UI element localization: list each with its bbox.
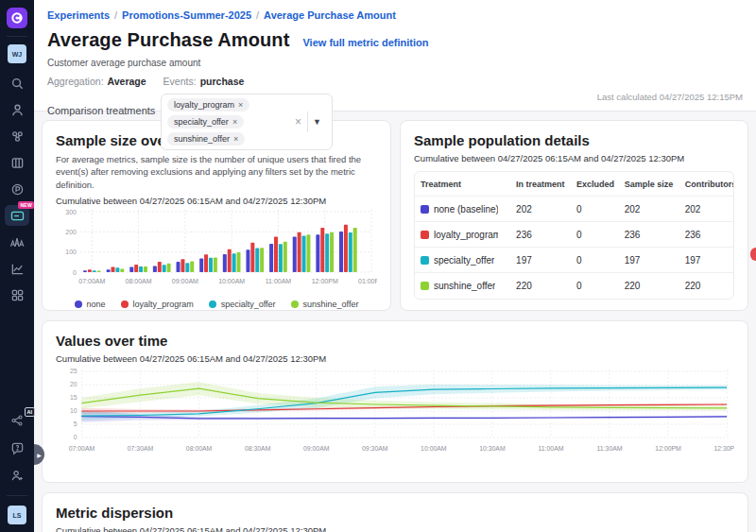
breadcrumb-link-1[interactable]: Promotions-Summer-2025 [122,9,251,21]
table-cell: 220 [510,281,571,291]
treatment-name: sunshine_offer [434,281,495,291]
sidebar-item-dashboards[interactable] [5,284,29,305]
table-header-row: TreatmentIn treatmentExcludedSample size… [415,172,733,197]
svg-text:08:30AM: 08:30AM [245,445,271,452]
svg-text:09:00AM: 09:00AM [172,278,198,284]
sidebar-item-experiments-selected[interactable]: NEW [5,205,29,226]
remove-treatment-icon[interactable]: × [233,134,238,144]
breadcrumb: Experiments/Promotions-Summer-2025/Avera… [47,9,743,21]
alert-notch[interactable] [750,248,756,261]
treatment-color-swatch [421,205,429,214]
table-row: loyalty_program2360236236 [415,222,733,248]
legend-dot [291,300,299,308]
svg-text:01:00PM: 01:00PM [358,278,377,284]
gates-icon [10,129,25,144]
svg-text:08:00AM: 08:00AM [186,445,213,452]
treatment-pill[interactable]: sunshine_offer× [167,132,245,146]
table-cell: 197 [619,255,679,266]
experiment-icon [10,210,25,222]
page-title: Average Purchase Amount [47,29,289,51]
svg-text:09:00AM: 09:00AM [303,445,330,452]
sidebar-item-ai-assistant[interactable]: AI [5,410,29,431]
metric-dispersion-card: Metric dispersion Cumulative between 04/… [42,492,748,532]
sample-size-description: For average metrics, sample size is the … [56,153,377,191]
svg-text:0: 0 [74,434,77,440]
workspace-avatar[interactable]: WJ [8,44,26,63]
table-cell: 0 [571,204,619,215]
table-cell: 236 [619,230,679,240]
clear-treatments-button[interactable]: × [289,115,307,129]
treatment-pill-label: loyalty_program [174,100,234,110]
table-cell: 202 [619,204,679,215]
legend-item[interactable]: sunshine_offer [291,300,359,309]
svg-text:07:00AM: 07:00AM [69,445,95,452]
sidebar-item-layers[interactable] [5,152,29,173]
sidebar-item-abtest[interactable] [5,232,29,252]
svg-text:08:00AM: 08:00AM [126,278,152,284]
sidebar-item-gates[interactable] [5,126,29,146]
breadcrumb-link-2[interactable]: Average Purchase Amount [264,9,396,21]
column-header: Treatment [415,180,510,189]
values-line-chart[interactable]: 051015202507:00AM07:30AM08:00AM08:30AM09… [56,364,734,466]
page-header: Experiments/Promotions-Summer-2025/Avera… [34,0,756,112]
chevron-down-icon[interactable]: ▼ [308,117,326,127]
column-header: In treatment [510,180,571,189]
svg-text:11:30AM: 11:30AM [597,445,623,452]
treatment-pill-label: specialty_offer [174,117,229,127]
ai-badge: AI [25,407,36,417]
table-cell: 0 [571,230,619,240]
table-cell: 202 [510,204,571,215]
person-add-icon [10,469,25,483]
legend-item[interactable]: specialty_offer [209,300,276,309]
treatments-multiselect[interactable]: loyalty_program×specialty_offer×sunshine… [161,94,333,150]
logo-glyph [10,11,24,25]
nodes-icon [10,414,24,427]
treatment-pills: loyalty_program×specialty_offer×sunshine… [167,98,289,146]
bar-chart-legend: noneloyalty_programspecialty_offersunshi… [56,300,377,309]
legend-dot [121,300,129,308]
population-table: TreatmentIn treatmentExcludedSample size… [414,171,734,300]
svg-text:200: 200 [65,229,77,235]
sidebar-item-search[interactable] [5,73,29,94]
sidebar-item-help[interactable] [5,438,29,458]
sidebar-item-users[interactable] [5,99,29,120]
legend-item[interactable]: none [75,300,106,309]
sidebar-item-pulse[interactable] [5,179,29,199]
breadcrumb-link-0[interactable]: Experiments [47,9,110,21]
population-cumulative: Cumulative between 04/27/2025 06:15AM an… [414,153,734,163]
table-cell: 0 [571,255,619,266]
column-header: Sample size [619,180,679,189]
last-calculated-text: Last calculated 04/27/2025 12:15PM [597,92,743,102]
treatment-pill[interactable]: loyalty_program× [167,98,249,112]
view-metric-definition-link[interactable]: View full metric definition [302,37,428,48]
remove-treatment-icon[interactable]: × [238,100,243,110]
legend-label: sunshine_offer [303,300,359,309]
table-cell: 236 [679,230,733,240]
svg-text:09:30AM: 09:30AM [362,445,388,452]
svg-text:10:00AM: 10:00AM [218,278,245,284]
legend-dot [75,300,82,308]
breadcrumb-separator: / [114,9,117,21]
statsig-logo[interactable] [7,8,27,28]
values-cumulative: Cumulative between 04/27/2025 06:15AM an… [56,353,734,364]
treatment-pill-label: sunshine_offer [174,134,230,144]
sidebar-item-invite[interactable] [5,465,29,486]
legend-dot [209,300,216,308]
svg-text:12:00PM: 12:00PM [312,278,338,284]
table-row: specialty_offer1970197197 [415,248,733,273]
treatment-pill[interactable]: specialty_offer× [167,115,244,129]
sample-size-bar-chart[interactable]: 010020030007:00AM08:00AM09:00AM10:00AM11… [56,206,377,299]
legend-item[interactable]: loyalty_program [121,300,194,309]
table-cell: 220 [619,281,679,291]
sidebar-item-metrics[interactable] [5,258,29,279]
table-row: none (baseline)2020202202 [415,197,733,222]
treatment-color-swatch [421,256,429,265]
table-cell: 236 [510,230,571,240]
sidebar-divider [7,495,27,496]
grid-icon [10,288,25,302]
values-over-time-card: Values over time Cumulative between 04/2… [42,320,748,483]
treatment-name: none (baseline) [434,204,498,215]
treatment-cell: sunshine_offer [415,281,510,291]
user-avatar[interactable]: LS [8,506,26,524]
remove-treatment-icon[interactable]: × [232,117,237,127]
